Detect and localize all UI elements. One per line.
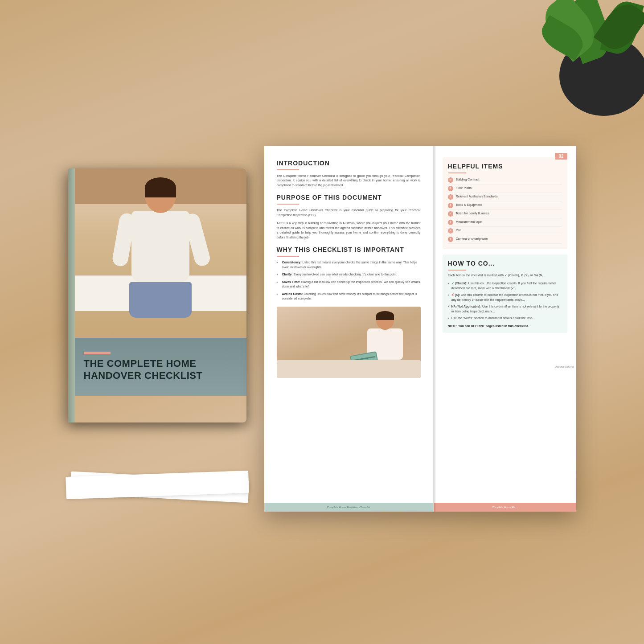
page-left: INTRODUCTION The Complete Home Handover … (264, 146, 434, 512)
section1-heading: INTRODUCTION (277, 160, 421, 167)
bullet-clarity: Clarity: Everyone involved can see what … (277, 272, 421, 277)
notes-desc: Use the "Notes" section to document deta… (448, 316, 562, 321)
person-pants (129, 282, 192, 318)
list-bullet-6: 6 (448, 220, 453, 225)
bullet-saves-time-label: Saves Time: (282, 280, 300, 283)
salmon-bar (84, 352, 111, 354)
section1-text1: The Complete Home Handover Checklist is … (277, 174, 421, 188)
salmon-underline-2 (277, 204, 299, 205)
bullet-clarity-text: Everyone involved can see what needs che… (294, 273, 398, 276)
bullet-saves-time: Saves Time: Having a list to follow can … (277, 280, 421, 289)
how-to-intro: Each item in the checklist is marked wit… (448, 273, 562, 278)
person-figure (116, 177, 205, 311)
list-bullet-8: 8 (448, 237, 453, 242)
list-item-1-text: Building Contract (456, 177, 480, 182)
scene: THE COMPLETE HOME HANDOVER CHECKLIST INT… (55, 133, 590, 534)
list-item-2-text: Floor Plans (456, 186, 472, 191)
na-desc: NA (Not Applicable): Use this column if … (448, 304, 562, 314)
plant-decoration (528, 0, 644, 116)
list-bullet-1: 1 (448, 177, 453, 183)
note-text: NOTE: You can REPRINT pages listed in th… (448, 324, 562, 328)
section2-heading: PURPOSE OF THIS DOCUMENT (277, 194, 421, 201)
salmon-line-helpful (448, 172, 466, 173)
list-item-1: 1 Building Contract (448, 176, 562, 185)
book-title-line2: HANDOVER CHECKLIST (84, 370, 203, 381)
helpful-items-heading: HELPFUL ITEMS (448, 163, 562, 170)
list-item-2: 2 Floor Plans (448, 185, 562, 193)
page-right-footer-text: Complete Home Ha... (492, 506, 518, 509)
salmon-underline-3 (277, 256, 299, 257)
bullet-consistency-label: Consistency: (282, 261, 302, 264)
page-right: 02 HELPFUL ITEMS 1 Building Contract 2 F… (434, 146, 576, 512)
book-title-line1: THE COMPLETE HOME (84, 358, 197, 369)
list-item-4-text: Tools & Equipment (456, 203, 482, 208)
person-head (145, 177, 176, 213)
bullet-consistency: Consistency: Using this list means every… (277, 260, 421, 270)
list-bullet-2: 2 (448, 186, 453, 191)
page-number: 02 (555, 153, 567, 160)
how-to-heading: HOW TO CO... (448, 260, 562, 267)
list-item-8: 8 Camera or smartphone (448, 235, 562, 244)
section2-text2: A PCI is a key step in building or renov… (277, 221, 421, 240)
list-item-6: 6 Measurement tape (448, 218, 562, 227)
bullet-consistency-text: Using this list means everyone checks th… (282, 261, 418, 269)
check-desc: ✓ (Check): Use this co... the inspection… (448, 281, 562, 291)
salmon-line-howto (448, 270, 466, 271)
plant-leaves (546, 0, 644, 80)
list-bullet-5: 5 (448, 211, 453, 217)
section2-text1: The Complete Home Handover Checklist is … (277, 208, 421, 217)
list-bullet-7: 7 (448, 228, 453, 234)
section3-heading: WHY THIS CHECKLIST IS IMPORTANT (277, 246, 421, 253)
book-title-area: THE COMPLETE HOME HANDOVER CHECKLIST (75, 338, 246, 396)
book-spine (68, 168, 75, 422)
bullet-clarity-label: Clarity: (282, 273, 293, 276)
bullet-saves-time-text: Having a list to follow can speed up the… (282, 280, 420, 288)
salmon-underline-1 (277, 169, 299, 170)
open-book-spread: INTRODUCTION The Complete Home Handover … (264, 146, 576, 512)
page-left-photo (277, 307, 421, 378)
book-main: THE COMPLETE HOME HANDOVER CHECKLIST (75, 168, 246, 422)
list-item-5: 5 Torch for poorly lit areas (448, 210, 562, 218)
book-cover: THE COMPLETE HOME HANDOVER CHECKLIST (68, 168, 246, 422)
list-item-3-text: Relevant Australian Standards (456, 194, 498, 199)
page-left-footer: Complete Home Handover Checklist (264, 503, 433, 512)
list-bullet-3: 3 (448, 194, 453, 200)
book-title: THE COMPLETE HOME HANDOVER CHECKLIST (84, 358, 238, 381)
person-torso (131, 211, 189, 282)
list-item-8-text: Camera or smartphone (456, 237, 488, 242)
list-bullet-4: 4 (448, 203, 453, 208)
bullet-avoids-costs-label: Avoids Costs: (282, 292, 303, 295)
papers-stack (64, 472, 251, 498)
person-hair (145, 177, 176, 197)
how-to-section: HOW TO CO... Each item in the checklist … (443, 254, 567, 333)
page-right-footer: Complete Home Ha... (434, 503, 576, 512)
list-item-7-text: Pen (456, 228, 461, 233)
book-cover-photo (75, 168, 246, 338)
list-item-6-text: Measurement tape (456, 220, 482, 225)
bullet-avoids-costs: Avoids Costs: Catching issues now can sa… (277, 292, 421, 301)
helpful-items-section: HELPFUL ITEMS 1 Building Contract 2 Floo… (443, 157, 567, 249)
use-this-column-annotation: Use this column (555, 365, 574, 368)
page-left-footer-text: Complete Home Handover Checklist (327, 506, 370, 509)
list-item-3: 3 Relevant Australian Standards (448, 193, 562, 201)
x-desc: ✗ (X): Use this column to indicate the i… (448, 293, 562, 302)
list-item-7: 7 Pen (448, 227, 562, 235)
list-item-4: 4 Tools & Equipment (448, 201, 562, 210)
list-item-5-text: Torch for poorly lit areas (456, 211, 489, 216)
